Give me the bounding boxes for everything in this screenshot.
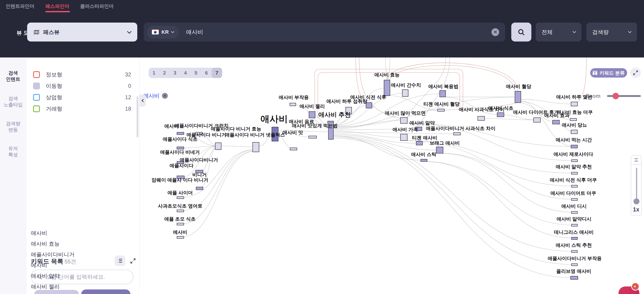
graph-node-label[interactable]: 애플사이다 비네거 [160, 150, 200, 155]
graph-node-사과초모식초 영어로[interactable] [177, 210, 184, 212]
graph-node-label[interactable]: 애사비 스틱 추천 [556, 242, 592, 248]
graph-node-애플사이다비니거 크런치[interactable] [177, 132, 184, 134]
graph-node-label[interactable]: 애플사이다비니거 [180, 157, 218, 162]
keyword-list-item[interactable]: 에사비 [31, 262, 47, 269]
graph-node-label[interactable]: 티젠 애사비 [412, 135, 438, 140]
primary-action-button[interactable] [81, 290, 130, 294]
legend-checkbox[interactable] [33, 105, 40, 112]
graph-node-애사비 제로사이다[interactable] [572, 160, 578, 162]
graph-node-애플사이다비니거 부작용[interactable] [572, 264, 578, 266]
graph-node-애플 사이더[interactable] [177, 196, 184, 199]
graph-node-label[interactable]: 애사비 맛있게 먹는법 [292, 123, 338, 128]
graph-node-label[interactable]: 애사비 식전 식후 더쿠 [550, 177, 597, 182]
scale-slider-track[interactable] [636, 168, 637, 202]
keyword-list-item[interactable]: 애사비 알약 [31, 272, 60, 280]
graph-node-애사비 사과식초 차이[interactable] [478, 116, 484, 120]
scale-slider-knob[interactable] [634, 198, 640, 204]
clear-search-icon[interactable]: ✕ [492, 28, 499, 36]
sidebar-item-4[interactable]: 유저 특성 [0, 145, 26, 158]
graph-node-label[interactable]: 애플사이다 [170, 163, 194, 168]
graph-node-애사비 효능[interactable] [384, 80, 390, 96]
expand-list-button[interactable] [128, 256, 138, 266]
panel-scrollbar[interactable] [136, 96, 138, 137]
graph-node-애사비 디시[interactable] [572, 212, 578, 214]
graph-node-브래그 애사비[interactable] [436, 147, 443, 153]
graph-node-label[interactable]: 암웨이 애플사 이다 비니거 [152, 177, 208, 182]
graph-node-label[interactable]: 애사비 사과식초 차이 [459, 107, 505, 112]
graph-node-label[interactable]: 데니그리스 애사비 [554, 230, 594, 235]
graph-node-label[interactable]: 애플 사이더 [168, 190, 193, 195]
graph-node-label[interactable]: 애사비 다이어트 더쿠 [550, 190, 596, 196]
graph-node-label[interactable]: 애사비 디시 [562, 204, 587, 209]
graph-node-애사비 음료[interactable] [309, 136, 316, 138]
graph-node-애사비 다이어트 후기[interactable] [534, 118, 540, 122]
graph-node-애사비 당뇨[interactable] [571, 130, 578, 134]
graph-node-label[interactable]: 애플사이다 비니거 넷플릭스 [225, 132, 285, 137]
graph-node-label[interactable]: 사과초모식초 영어로 [158, 203, 202, 208]
graph-node-애사비 알약디시[interactable] [572, 224, 578, 226]
graph-node-애사비 스틱[interactable] [421, 159, 427, 162]
graph-node-label[interactable]: 애사비 복용법 [428, 84, 458, 89]
keyword-list-item[interactable]: 애플사이다비니거 [31, 251, 74, 258]
graph-node-애플사이다비니거 사과식초 차이[interactable] [454, 132, 460, 135]
graph-node-label[interactable]: 애플사이다 식초 [163, 136, 198, 142]
graph-node-label[interactable]: 티젠 애사비 혈당 [424, 101, 460, 106]
graph-node[interactable] [215, 143, 221, 150]
graph-node-label[interactable]: 애사비 스틱 [411, 152, 436, 157]
graph-node-label[interactable]: 애사비 간수치 [391, 82, 421, 88]
graph-node-label[interactable]: 애사비 당뇨 [562, 122, 587, 128]
graph-node-애사비 많이 먹으면[interactable] [400, 118, 407, 124]
sort-select[interactable]: 검색량 [586, 22, 637, 42]
page-button-6[interactable]: 6 [201, 68, 212, 78]
keyword-classify-button[interactable]: 키워드 분류 [590, 68, 627, 78]
scale-reset-button[interactable] [631, 156, 641, 165]
fullscreen-button[interactable] [630, 68, 641, 78]
graph-node-label[interactable]: 애사비 알약디시 [557, 216, 592, 222]
graph-node-label[interactable]: 애플사이다비니거 부작용 [548, 256, 602, 261]
graph-node-label[interactable]: 브래그 애사비 [430, 140, 460, 146]
search-input[interactable] [186, 29, 492, 35]
keyword-list-item[interactable]: 애사비 효능 [31, 240, 60, 248]
legend-row-거래형[interactable]: 거래형18 [33, 105, 134, 113]
graph-node-label[interactable]: 애사비 먹는 시간 [556, 137, 592, 142]
sidebar-item-3[interactable]: 검색량 변동 [0, 120, 26, 133]
graph-node-에사비[interactable] [177, 236, 184, 238]
graph-node-label[interactable]: 에사비 [173, 230, 188, 235]
graph-node-애사비 복용법[interactable] [440, 90, 446, 97]
graph-node-애사비 혈당[interactable] [515, 91, 521, 103]
graph-node-label[interactable]: 애사비 부작용 [279, 95, 309, 100]
search-button[interactable] [511, 22, 531, 42]
graph-node-label[interactable]: 애플 초모 식초 [164, 216, 196, 222]
graph-node-애사비 다이어트 더쿠[interactable] [572, 198, 578, 200]
graph-node-label[interactable]: 애사비 혈당 [506, 84, 531, 89]
page-button-1[interactable]: 1 [149, 68, 159, 78]
graph-node-애사비 맛[interactable] [290, 148, 297, 150]
legend-checkbox[interactable] [33, 94, 40, 101]
page-button-3[interactable]: 3 [170, 68, 180, 78]
list-view-button[interactable] [115, 256, 125, 266]
graph-node-label[interactable]: 애사비 하루 몇번 [556, 94, 592, 100]
secondary-action-button[interactable] [34, 290, 79, 294]
graph-node-티젠 애사비[interactable] [416, 142, 422, 145]
graph-node-label[interactable]: 올리브영 애사비 [556, 268, 591, 274]
graph-node-label[interactable]: 애플사이다비니거 사과식초 차이 [426, 126, 496, 131]
graph-node-애사비 식전 식후 더쿠[interactable] [572, 185, 578, 187]
graph-node-label[interactable]: 애사비 맛 [282, 130, 303, 135]
graph-node-애플 초모 식초[interactable] [177, 223, 184, 225]
sidebar-item-2[interactable]: 검색 노출타입 [0, 95, 26, 108]
filter-all-select[interactable]: 전체 [536, 22, 582, 42]
graph-node-애사비 가격[interactable] [400, 134, 407, 140]
graph-node-애사비 효과[interactable] [552, 120, 560, 124]
graph-node-비니거[interactable] [196, 187, 203, 190]
graph-node-애사비 알약 추천[interactable] [572, 172, 578, 174]
graph-node-label[interactable]: 애사비 제로사이다 [554, 152, 593, 157]
tab-클러스터파인더[interactable]: 클러스터파인더 [80, 3, 114, 9]
tab-패스파인더[interactable]: 패스파인더 [46, 3, 69, 9]
graph-node-label[interactable]: 애사비 가격 [393, 127, 418, 132]
graph-node-label[interactable]: 애사비 효과 [544, 113, 570, 118]
page-button-4[interactable]: 4 [180, 68, 191, 78]
graph-node-label[interactable]: 애사비 젤리 [300, 104, 325, 109]
graph-node-애사비 효능 더쿠[interactable] [570, 118, 576, 121]
graph-node[interactable] [253, 142, 259, 152]
graph-node-애플사이다 식초[interactable] [177, 147, 184, 149]
